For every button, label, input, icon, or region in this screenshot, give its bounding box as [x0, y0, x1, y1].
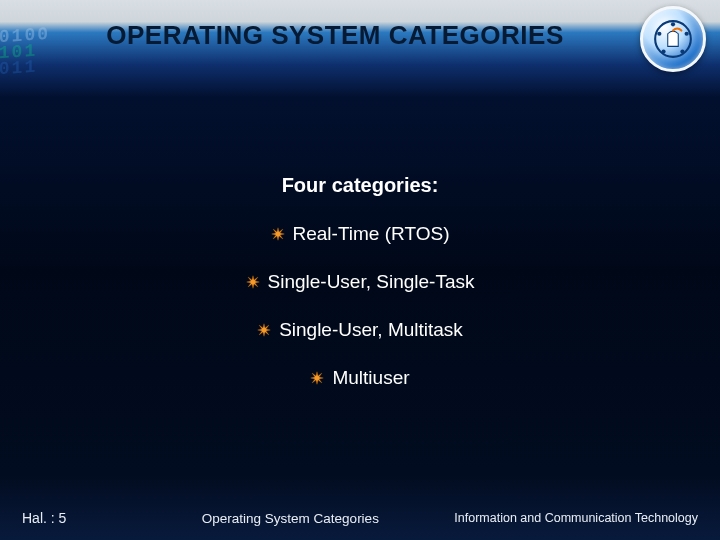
- svg-point-4: [661, 50, 665, 54]
- list-item: Multiuser: [246, 367, 475, 389]
- svg-point-5: [657, 32, 661, 36]
- education-seal-icon: [652, 18, 694, 60]
- footer: Hal. : 5 Operating System Categories Inf…: [0, 510, 720, 526]
- content-area: Four categories: Real-Time (RTOS) Si: [0, 174, 720, 415]
- subheading: Four categories:: [0, 174, 720, 197]
- category-label: Multiuser: [332, 367, 409, 389]
- category-label: Single-User, Multitask: [279, 319, 463, 341]
- list-item: Single-User, Single-Task: [246, 271, 475, 293]
- category-label: Real-Time (RTOS): [293, 223, 450, 245]
- starburst-icon: [246, 275, 260, 289]
- svg-marker-9: [311, 372, 324, 385]
- starburst-icon: [310, 371, 324, 385]
- slide-title: OPERATING SYSTEM CATEGORIES: [40, 20, 630, 51]
- svg-point-1: [671, 22, 675, 26]
- footer-right: Information and Communication Technology: [454, 511, 698, 525]
- list-item: Real-Time (RTOS): [246, 223, 475, 245]
- svg-marker-7: [246, 276, 259, 289]
- svg-marker-6: [271, 228, 284, 241]
- list-item: Single-User, Multitask: [246, 319, 475, 341]
- title-bar: OPERATING SYSTEM CATEGORIES: [0, 20, 720, 51]
- svg-point-3: [680, 50, 684, 54]
- starburst-icon: [271, 227, 285, 241]
- category-list: Real-Time (RTOS) Single-User, Single-Tas…: [246, 223, 475, 415]
- page-number: Hal. : 5: [22, 510, 66, 526]
- starburst-icon: [257, 323, 271, 337]
- footer-center: Operating System Categories: [66, 511, 454, 526]
- ministry-logo: [640, 6, 706, 72]
- category-label: Single-User, Single-Task: [268, 271, 475, 293]
- svg-point-2: [685, 32, 689, 36]
- svg-marker-8: [258, 324, 271, 337]
